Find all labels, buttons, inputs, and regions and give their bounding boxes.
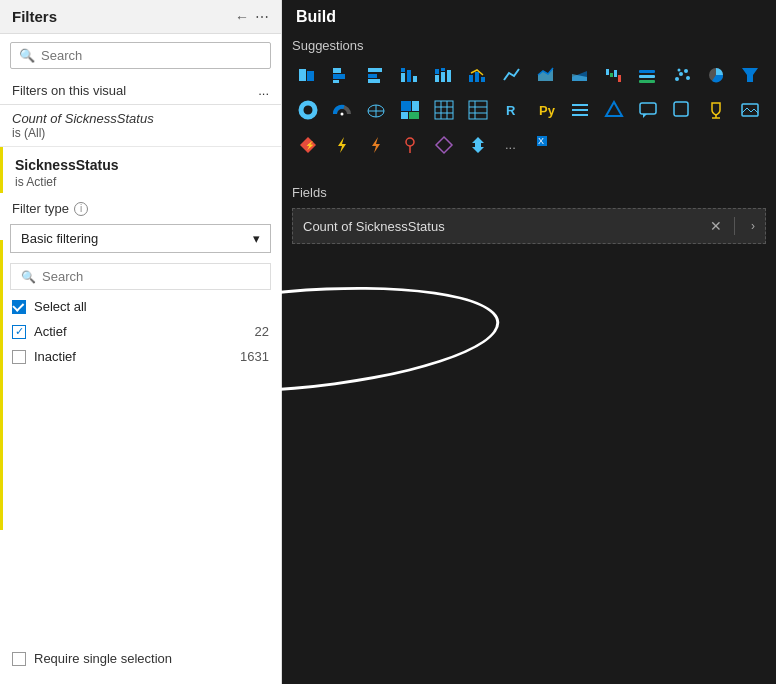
inactief-item[interactable]: Inactief 1631: [10, 344, 271, 369]
field-count-sickness[interactable]: Count of SicknessStatus is (All): [0, 105, 281, 147]
filter-value-search-input[interactable]: [42, 269, 260, 284]
filter-type-dropdown[interactable]: Basic filtering ▾: [10, 224, 271, 253]
svg-rect-64: [674, 102, 688, 116]
triangle-icon[interactable]: [598, 94, 630, 126]
panel-header: Filters ← ⋯: [0, 0, 281, 34]
table-icon[interactable]: [428, 94, 460, 126]
image-icon[interactable]: [734, 94, 766, 126]
map-icon[interactable]: [360, 94, 392, 126]
r-icon[interactable]: R: [496, 94, 528, 126]
require-single-label: Require single selection: [34, 651, 172, 666]
field-sub: is (All): [12, 126, 269, 140]
actief-count: 22: [255, 324, 269, 339]
select-all-item[interactable]: Select all: [10, 294, 271, 319]
require-single-row: Require single selection: [0, 643, 184, 674]
lightning1-icon[interactable]: [326, 129, 358, 161]
column-chart-icon[interactable]: [394, 59, 426, 91]
svg-rect-52: [469, 101, 487, 119]
svg-rect-4: [333, 80, 339, 83]
svg-rect-25: [614, 70, 617, 77]
power-apps-icon[interactable]: ⚡: [292, 129, 324, 161]
gauge-icon[interactable]: [326, 94, 358, 126]
treemap-icon[interactable]: [394, 94, 426, 126]
stacked-column-icon[interactable]: [428, 59, 460, 91]
matrix-icon[interactable]: [462, 94, 494, 126]
svg-point-34: [678, 69, 681, 72]
map-pin-icon[interactable]: [394, 129, 426, 161]
scatter-chart-icon[interactable]: [666, 59, 698, 91]
fields-item-label: Count of SicknessStatus: [303, 219, 702, 234]
bar-horizontal-icon[interactable]: [360, 59, 392, 91]
arrows-icon[interactable]: [462, 129, 494, 161]
fields-item-clear-icon[interactable]: ✕: [710, 218, 722, 234]
field-name: Count of SicknessStatus: [12, 111, 269, 126]
svg-rect-23: [606, 69, 609, 75]
svg-rect-3: [333, 74, 345, 79]
filter-type-info-icon[interactable]: i: [74, 202, 88, 216]
svg-rect-16: [447, 70, 451, 82]
lightning2-icon[interactable]: [360, 129, 392, 161]
clustered-bar-icon[interactable]: [326, 59, 358, 91]
x-button-icon[interactable]: X: [530, 129, 562, 161]
require-single-checkbox[interactable]: [12, 652, 26, 666]
funnel-icon[interactable]: [734, 59, 766, 91]
filter-search-bar[interactable]: 🔍: [10, 42, 271, 69]
more-visuals-icon[interactable]: ...: [496, 129, 528, 161]
chat-icon[interactable]: [632, 94, 664, 126]
nav-icon[interactable]: ⋯: [255, 9, 269, 25]
svg-marker-36: [742, 68, 758, 82]
pie-chart-icon[interactable]: [700, 59, 732, 91]
svg-marker-70: [372, 137, 380, 153]
area-chart-icon[interactable]: [530, 59, 562, 91]
svg-marker-73: [436, 137, 452, 153]
list-icon[interactable]: [564, 94, 596, 126]
area-line-icon[interactable]: [564, 59, 596, 91]
select-all-checkbox[interactable]: [12, 300, 26, 314]
svg-rect-29: [639, 80, 655, 83]
panel-header-icons: ← ⋯: [235, 9, 269, 25]
inactief-checkbox[interactable]: [12, 350, 26, 364]
svg-point-33: [686, 76, 690, 80]
filter-type-value: Basic filtering: [21, 231, 98, 246]
actief-checkbox[interactable]: [12, 325, 26, 339]
donut-icon[interactable]: [292, 94, 324, 126]
svg-point-39: [341, 113, 344, 116]
inactief-label: Inactief: [34, 349, 232, 364]
right-panel: Build Suggestions: [282, 0, 776, 684]
filters-on-visual-label: Filters on this visual: [12, 83, 126, 98]
suggestions-title: Suggestions: [292, 38, 766, 53]
trophy-icon[interactable]: [700, 94, 732, 126]
inactief-count: 1631: [240, 349, 269, 364]
svg-rect-11: [401, 68, 405, 72]
shape-icon[interactable]: [666, 94, 698, 126]
fields-item-arrow-icon[interactable]: ›: [751, 219, 755, 233]
line-col-combo-icon[interactable]: [462, 59, 494, 91]
dropdown-arrow-icon: ▾: [253, 231, 260, 246]
python-icon[interactable]: Py: [530, 94, 562, 126]
filter-search-input[interactable]: [41, 48, 262, 63]
svg-rect-1: [307, 71, 314, 81]
filters-ellipsis-button[interactable]: ...: [258, 83, 269, 98]
back-icon[interactable]: ←: [235, 9, 249, 25]
filter-value-search[interactable]: 🔍: [10, 263, 271, 290]
svg-rect-26: [618, 75, 621, 82]
svg-rect-45: [401, 112, 408, 119]
svg-rect-19: [481, 77, 485, 82]
sickness-sub: is Actief: [15, 175, 269, 189]
left-panel: Filters ← ⋯ 🔍 Filters on this visual ...…: [0, 0, 282, 684]
right-panel-title: Build: [282, 0, 776, 34]
svg-point-31: [679, 72, 683, 76]
actief-item[interactable]: Actief 22: [10, 319, 271, 344]
line-chart-icon[interactable]: [496, 59, 528, 91]
checkbox-list: Select all Actief 22 Inactief 1631: [0, 294, 281, 369]
svg-rect-9: [407, 70, 411, 82]
yellow-accent-bar: [0, 240, 3, 530]
diamond-icon[interactable]: [428, 129, 460, 161]
svg-marker-74: [472, 137, 484, 153]
waterfall-icon[interactable]: [598, 59, 630, 91]
svg-rect-0: [299, 69, 306, 81]
stacked-bar-icon[interactable]: [292, 59, 324, 91]
ribbon-chart-icon[interactable]: [632, 59, 664, 91]
fields-item[interactable]: Count of SicknessStatus ✕ ›: [292, 208, 766, 244]
svg-rect-10: [413, 76, 417, 82]
